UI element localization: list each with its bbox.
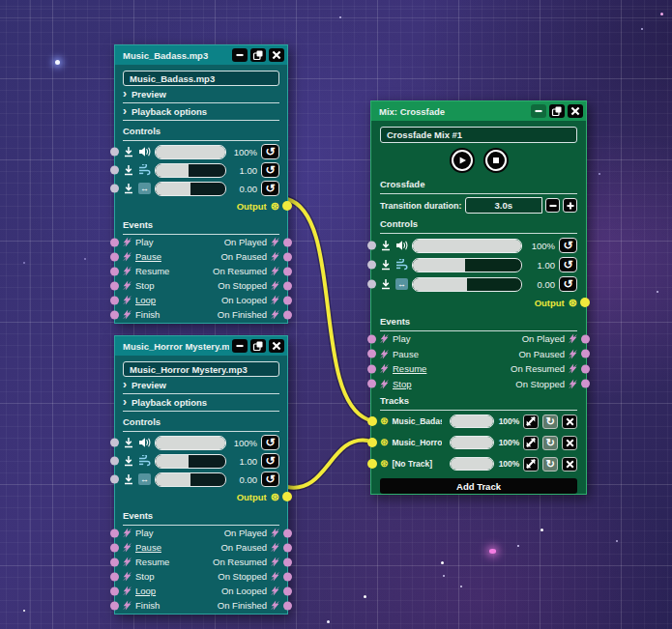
mix-name-field[interactable]: Crossfade Mix #1 <box>380 127 577 143</box>
event-on-played[interactable]: On Played <box>224 528 279 538</box>
event-in-port[interactable] <box>110 558 119 566</box>
event-out-port[interactable] <box>283 543 292 552</box>
pan-slider[interactable] <box>155 182 226 196</box>
event-out-port[interactable] <box>581 350 590 358</box>
reset-button[interactable]: ↺ <box>559 238 577 253</box>
track-volume-slider[interactable] <box>450 415 494 428</box>
crossfade-to-track-button[interactable]: ↻ <box>542 415 558 429</box>
event-in-port[interactable] <box>110 601 119 610</box>
event-in-port[interactable] <box>110 238 119 246</box>
event-finish[interactable]: Finish <box>123 600 160 611</box>
event-on-played[interactable]: On Played <box>522 333 577 344</box>
add-track-button[interactable]: Add Track <box>380 478 577 494</box>
track-volume-slider[interactable] <box>450 457 494 471</box>
event-play[interactable]: Play <box>123 528 153 538</box>
event-play[interactable]: Play <box>123 237 153 247</box>
track-input-port[interactable] <box>367 438 377 447</box>
event-on-played[interactable]: On Played <box>224 237 279 247</box>
event-resume[interactable]: Resume <box>380 363 426 374</box>
event-in-port[interactable] <box>110 572 119 581</box>
node-titlebar[interactable]: Mix: Crossfade <box>371 101 586 121</box>
decrease-button[interactable] <box>545 198 560 213</box>
event-out-port[interactable] <box>283 281 292 290</box>
track-volume-slider[interactable] <box>450 436 494 449</box>
volume-slider[interactable] <box>155 145 226 159</box>
event-out-port[interactable] <box>283 310 292 319</box>
stop-button[interactable] <box>483 148 509 173</box>
node-mix-crossfade[interactable]: Mix: Crossfade Crossfade Mix #1 Crossfad… <box>370 100 587 495</box>
event-in-port[interactable] <box>110 252 119 261</box>
pan-slider[interactable] <box>412 277 522 292</box>
event-in-port[interactable] <box>110 586 119 595</box>
minimize-button[interactable] <box>232 48 248 62</box>
volume-slider[interactable] <box>155 436 226 450</box>
event-in-port[interactable] <box>110 267 119 275</box>
close-button[interactable] <box>269 339 284 353</box>
event-out-port[interactable] <box>283 238 292 246</box>
event-out-port[interactable] <box>283 267 292 275</box>
audio-output-port[interactable] <box>282 492 292 501</box>
minimize-button[interactable] <box>232 339 248 353</box>
event-on-paused[interactable]: On Paused <box>220 542 279 553</box>
event-in-port[interactable] <box>110 281 119 290</box>
event-out-port[interactable] <box>283 296 292 304</box>
node-music-badass[interactable]: Music_Badass.mp3 Music_Badass.mp3 ›Previ… <box>114 44 288 324</box>
event-out-port[interactable] <box>283 601 292 610</box>
event-out-port[interactable] <box>283 586 292 595</box>
reset-button[interactable]: ↺ <box>559 276 577 292</box>
track-input-port[interactable] <box>367 459 377 469</box>
remove-track-button[interactable] <box>562 436 577 450</box>
reset-button[interactable]: ↺ <box>261 162 279 178</box>
remove-track-button[interactable] <box>562 415 577 429</box>
event-in-port[interactable] <box>110 296 119 304</box>
swap-track-button[interactable] <box>523 457 539 472</box>
duplicate-button[interactable] <box>549 104 565 118</box>
event-out-port[interactable] <box>283 529 292 537</box>
pitch-slider[interactable] <box>155 454 226 469</box>
event-on-stopped[interactable]: On Stopped <box>515 379 577 389</box>
event-out-port[interactable] <box>581 380 590 388</box>
event-pause[interactable]: Pause <box>380 349 419 359</box>
duplicate-button[interactable] <box>250 48 266 62</box>
foldout-playback-options[interactable]: ›Playback options <box>123 103 279 121</box>
event-resume[interactable]: Resume <box>123 266 169 276</box>
event-stop[interactable]: Stop <box>123 571 155 582</box>
pitch-slider[interactable] <box>412 258 522 272</box>
swap-track-button[interactable] <box>523 436 539 450</box>
crossfade-to-track-button[interactable]: ↻ <box>542 457 558 472</box>
event-finish[interactable]: Finish <box>123 309 160 320</box>
event-on-paused[interactable]: On Paused <box>220 251 279 262</box>
pan-slider[interactable] <box>155 472 226 487</box>
foldout-playback-options[interactable]: ›Playback options <box>123 394 279 412</box>
reset-button[interactable]: ↺ <box>261 181 279 196</box>
audio-output-port[interactable] <box>580 298 590 307</box>
event-in-port[interactable] <box>110 543 119 552</box>
remove-track-button[interactable] <box>562 457 577 472</box>
event-out-port[interactable] <box>283 252 292 261</box>
crossfade-to-track-button[interactable]: ↻ <box>542 436 558 450</box>
event-play[interactable]: Play <box>380 333 410 344</box>
event-out-port[interactable] <box>283 572 292 581</box>
event-on-finished[interactable]: On Finished <box>218 600 279 611</box>
event-out-port[interactable] <box>283 558 292 566</box>
control-input-port[interactable] <box>367 242 376 250</box>
reset-button[interactable]: ↺ <box>559 257 577 272</box>
event-on-paused[interactable]: On Paused <box>518 349 577 359</box>
event-in-port[interactable] <box>110 529 119 537</box>
event-on-looped[interactable]: On Looped <box>221 295 279 305</box>
event-on-stopped[interactable]: On Stopped <box>218 571 279 582</box>
control-input-port[interactable] <box>110 148 119 157</box>
event-in-port[interactable] <box>367 364 376 373</box>
event-loop[interactable]: Loop <box>123 295 156 305</box>
transition-duration-input[interactable]: 3.0s <box>465 197 543 214</box>
reset-button[interactable]: ↺ <box>261 144 279 159</box>
event-on-resumed[interactable]: On Resumed <box>213 266 279 276</box>
reset-button[interactable]: ↺ <box>261 435 279 450</box>
increase-button[interactable] <box>563 198 577 213</box>
track-name-field[interactable]: Music_Badass.mp3 <box>123 71 279 86</box>
track-name-field[interactable]: Music_Horror Mystery.mp3 <box>123 361 279 377</box>
event-out-port[interactable] <box>581 364 590 373</box>
swap-track-button[interactable] <box>523 415 539 429</box>
event-stop[interactable]: Stop <box>123 280 155 291</box>
close-button[interactable] <box>568 104 583 118</box>
